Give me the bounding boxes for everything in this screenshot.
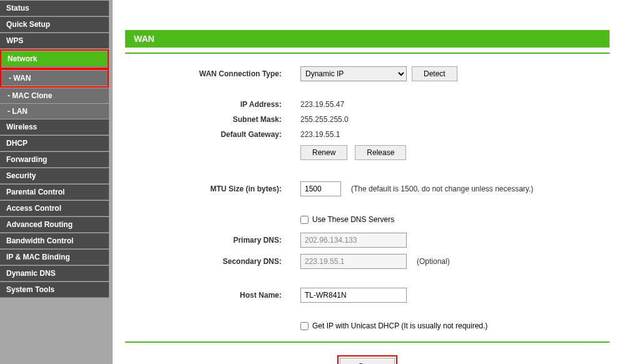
sidebar-item-network[interactable]: Network — [1, 51, 108, 67]
sidebar-item-dhcp[interactable]: DHCP — [0, 136, 109, 151]
conn-type-label: WAN Connection Type: — [125, 69, 300, 78]
use-dns-checkbox[interactable] — [300, 216, 308, 224]
sidebar-item-quick-setup[interactable]: Quick Setup — [0, 17, 109, 33]
sidebar-item-status[interactable]: Status — [0, 1, 109, 16]
highlight-network: Network — [0, 49, 109, 69]
secondary-dns-input[interactable] — [300, 254, 407, 269]
unicast-dhcp-label: Get IP with Unicast DHCP (It is usually … — [312, 321, 487, 330]
secondary-dns-label: Secondary DNS: — [125, 257, 300, 266]
sidebar-item-wireless[interactable]: Wireless — [0, 119, 109, 135]
default-gateway-label: Default Gateway: — [125, 130, 300, 139]
ip-address-value: 223.19.55.47 — [300, 100, 344, 109]
renew-button[interactable]: Renew — [300, 145, 347, 160]
page-title: WAN — [125, 30, 609, 48]
mtu-hint: (The default is 1500, do not change unle… — [351, 185, 533, 193]
sidebar-item-security[interactable]: Security — [0, 168, 109, 184]
sidebar-item-system-tools[interactable]: System Tools — [0, 282, 109, 298]
save-button[interactable]: Save — [340, 358, 395, 364]
primary-dns-input[interactable] — [300, 233, 407, 248]
sidebar-item-ip-mac-binding[interactable]: IP & MAC Binding — [0, 250, 109, 265]
highlight-wan: - WAN — [0, 69, 109, 88]
sidebar-item-access-control[interactable]: Access Control — [0, 201, 109, 216]
sidebar-item-dynamic-dns[interactable]: Dynamic DNS — [0, 266, 109, 281]
conn-type-select[interactable]: Dynamic IP — [300, 66, 407, 81]
host-name-label: Host Name: — [125, 291, 300, 300]
sidebar-subitem-lan[interactable]: - LAN — [0, 104, 109, 119]
default-gateway-value: 223.19.55.1 — [300, 130, 340, 139]
use-dns-label: Use These DNS Servers — [312, 215, 394, 224]
primary-dns-label: Primary DNS: — [125, 236, 300, 245]
sidebar-item-bandwidth-control[interactable]: Bandwidth Control — [0, 233, 109, 249]
content-area: WAN WAN Connection Type: Dynamic IP Dete… — [109, 0, 622, 364]
sidebar: Status Quick Setup WPS Network - WAN - M… — [0, 0, 109, 364]
host-name-input[interactable] — [300, 288, 407, 303]
sidebar-item-forwarding[interactable]: Forwarding — [0, 152, 109, 168]
sidebar-subitem-mac-clone[interactable]: - MAC Clone — [0, 88, 109, 103]
subnet-mask-value: 255.255.255.0 — [300, 115, 349, 124]
release-button[interactable]: Release — [355, 145, 406, 160]
mtu-size-input[interactable] — [300, 181, 341, 196]
detect-button[interactable]: Detect — [412, 66, 457, 81]
save-highlight: Save — [337, 355, 397, 364]
sidebar-item-parental-control[interactable]: Parental Control — [0, 185, 109, 200]
ip-address-label: IP Address: — [125, 100, 300, 109]
subnet-mask-label: Subnet Mask: — [125, 115, 300, 124]
sidebar-item-wps[interactable]: WPS — [0, 33, 109, 49]
sidebar-subitem-wan[interactable]: - WAN — [1, 71, 108, 86]
mtu-size-label: MTU Size (in bytes): — [125, 185, 300, 193]
unicast-dhcp-checkbox[interactable] — [300, 322, 308, 330]
sidebar-item-advanced-routing[interactable]: Advanced Routing — [0, 217, 109, 233]
optional-hint: (Optional) — [417, 257, 450, 266]
